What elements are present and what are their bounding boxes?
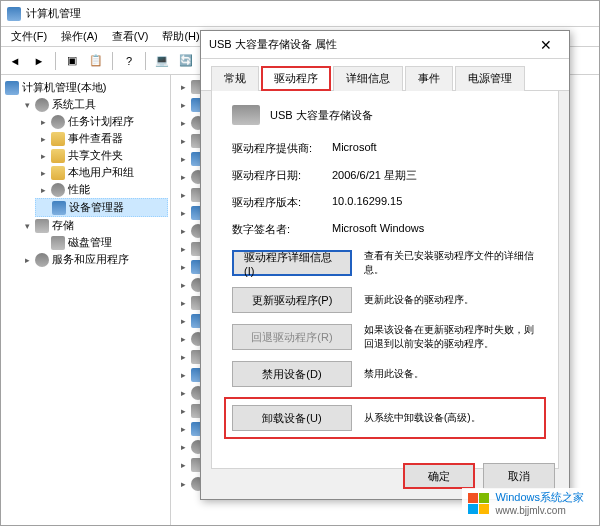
device-name: USB 大容量存储设备 [270,108,373,123]
devmgr-icon [52,201,66,215]
version-label: 驱动程序版本: [232,195,332,210]
devices-button[interactable]: 💻 [152,51,172,71]
row-version: 驱动程序版本: 10.0.16299.15 [232,195,538,210]
clock-icon [51,115,65,129]
tree-label: 本地用户和组 [68,165,134,180]
window-title: 计算机管理 [26,6,81,21]
dialog-titlebar[interactable]: USB 大容量存储设备 属性 ✕ [201,31,569,59]
row-date: 驱动程序日期: 2006/6/21 星期三 [232,168,538,183]
update-desc: 更新此设备的驱动程序。 [364,293,538,307]
tree-eventviewer[interactable]: ▸ 事件查看器 [35,130,168,147]
storage-icon [35,219,49,233]
details-desc: 查看有关已安装驱动程序文件的详细信息。 [364,249,538,277]
tree-label: 存储 [52,218,74,233]
row-update-btn: 更新驱动程序(P) 更新此设备的驱动程序。 [232,287,538,313]
row-details-btn: 驱动程序详细信息(I) 查看有关已安装驱动程序文件的详细信息。 [232,249,538,277]
watermark-text: Windows系统之家 [495,490,584,505]
disable-desc: 禁用此设备。 [364,367,538,381]
tree-label: 服务和应用程序 [52,252,129,267]
dialog-title: USB 大容量存储设备 属性 [209,37,337,52]
forward-button[interactable]: ► [29,51,49,71]
tree-diskmgmt[interactable]: 磁盘管理 [35,234,168,251]
spacer [38,202,50,214]
expander-icon[interactable]: ▾ [21,99,33,111]
tab-content: USB 大容量存储设备 驱动程序提供商: Microsoft 驱动程序日期: 2… [211,91,559,469]
usb-icon [232,105,260,125]
menu-file[interactable]: 文件(F) [5,27,53,46]
tree-shared[interactable]: ▸ 共享文件夹 [35,147,168,164]
device-header: USB 大容量存储设备 [232,105,538,125]
tree-scheduler[interactable]: ▸ 任务计划程序 [35,113,168,130]
tree-label: 系统工具 [52,97,96,112]
tree-services[interactable]: ▸ 服务和应用程序 [19,251,168,268]
tree-devmgr[interactable]: 设备管理器 [35,198,168,217]
menu-action[interactable]: 操作(A) [55,27,104,46]
date-value: 2006/6/21 星期三 [332,168,538,183]
expander-icon[interactable]: ▸ [37,167,49,179]
expander-icon[interactable]: ▾ [21,220,33,232]
rollback-driver-button: 回退驱动程序(R) [232,324,352,350]
help-button[interactable]: ? [119,51,139,71]
tree-label: 设备管理器 [69,200,124,215]
separator [145,52,146,70]
tree-systools[interactable]: ▾ 系统工具 [19,96,168,113]
folder-icon [51,149,65,163]
version-value: 10.0.16299.15 [332,195,538,210]
windows-logo-icon [468,493,489,514]
provider-value: Microsoft [332,141,538,156]
ok-button[interactable]: 确定 [403,463,475,489]
tree-label: 磁盘管理 [68,235,112,250]
list-button[interactable]: 📋 [86,51,106,71]
expander-icon[interactable]: ▸ [21,254,33,266]
tree-label: 共享文件夹 [68,148,123,163]
separator [112,52,113,70]
uninstall-desc: 从系统中卸载设备(高级)。 [364,411,538,425]
tree-root-label: 计算机管理(本地) [22,80,106,95]
tab-general[interactable]: 常规 [211,66,259,91]
tree-storage[interactable]: ▾ 存储 [19,217,168,234]
uninstall-device-button[interactable]: 卸载设备(U) [232,405,352,431]
menu-view[interactable]: 查看(V) [106,27,155,46]
provider-label: 驱动程序提供商: [232,141,332,156]
update-driver-button[interactable]: 更新驱动程序(P) [232,287,352,313]
spacer [37,237,49,249]
expander-icon[interactable]: ▸ [37,150,49,162]
up-button[interactable]: ▣ [62,51,82,71]
separator [55,52,56,70]
tab-events[interactable]: 事件 [405,66,453,91]
driver-details-button[interactable]: 驱动程序详细信息(I) [232,250,352,276]
tree-users[interactable]: ▸ 本地用户和组 [35,164,168,181]
titlebar: 计算机管理 [1,1,599,27]
back-button[interactable]: ◄ [5,51,25,71]
disable-device-button[interactable]: 禁用设备(D) [232,361,352,387]
tab-power[interactable]: 电源管理 [455,66,525,91]
tree-label: 事件查看器 [68,131,123,146]
date-label: 驱动程序日期: [232,168,332,183]
expander-icon[interactable]: ▸ [37,184,49,196]
tools-icon [35,98,49,112]
row-uninstall-btn: 卸载设备(U) 从系统中卸载设备(高级)。 [232,405,538,431]
close-button[interactable]: ✕ [531,35,561,55]
dialog-buttons: 确定 取消 [403,463,555,489]
refresh-button[interactable]: 🔄 [176,51,196,71]
tab-driver[interactable]: 驱动程序 [261,66,331,91]
expander-icon[interactable]: ▸ [37,133,49,145]
tab-details[interactable]: 详细信息 [333,66,403,91]
expander-icon[interactable]: ▸ [37,116,49,128]
cancel-button[interactable]: 取消 [483,463,555,489]
uninstall-highlight: 卸载设备(U) 从系统中卸载设备(高级)。 [224,397,546,439]
tree-root[interactable]: 计算机管理(本地) [3,79,168,96]
users-icon [51,166,65,180]
row-rollback-btn: 回退驱动程序(R) 如果该设备在更新驱动程序时失败，则回退到以前安装的驱动程序。 [232,323,538,351]
row-disable-btn: 禁用设备(D) 禁用此设备。 [232,361,538,387]
perf-icon [51,183,65,197]
menu-help[interactable]: 帮助(H) [156,27,205,46]
tab-strip: 常规 驱动程序 详细信息 事件 电源管理 [201,59,569,91]
signer-label: 数字签名者: [232,222,332,237]
tree-label: 任务计划程序 [68,114,134,129]
row-signer: 数字签名者: Microsoft Windows [232,222,538,237]
disk-icon [51,236,65,250]
tree-perf[interactable]: ▸ 性能 [35,181,168,198]
row-provider: 驱动程序提供商: Microsoft [232,141,538,156]
signer-value: Microsoft Windows [332,222,538,237]
